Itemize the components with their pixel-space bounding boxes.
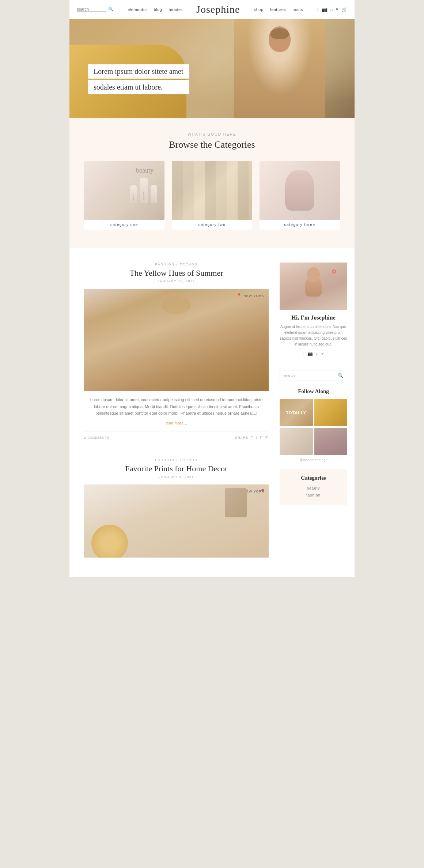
sidebar: ✿ Hi, I'm Josephine Augue ut lectus arcu… bbox=[280, 263, 347, 563]
post-2-decor-circle bbox=[91, 525, 128, 558]
post-2-image bbox=[84, 484, 269, 558]
main-nav-right: shop features posts bbox=[254, 7, 303, 12]
sidebar-categories-box: Categories beauty fashion bbox=[280, 469, 347, 505]
search-icon[interactable]: 🔍 bbox=[108, 7, 114, 12]
sidebar-search-input[interactable] bbox=[280, 371, 334, 380]
share-twitter-icon[interactable]: 𝕥 bbox=[255, 435, 258, 440]
sidebar-divider-1 bbox=[280, 364, 347, 364]
post-1-footer: 2 COMMENTS SHARE f 𝕥 p ✉ bbox=[84, 431, 269, 444]
main-content: FASHION / TRENDS The Yellow Hues of Summ… bbox=[69, 248, 355, 577]
post-2-eyebrow: FASHION / TRENDS bbox=[84, 458, 269, 462]
follow-along-title: Follow Along bbox=[280, 388, 347, 395]
sidebar-facebook-icon[interactable]: f bbox=[303, 351, 304, 356]
post-1-image bbox=[84, 289, 269, 391]
follow-img-2[interactable] bbox=[314, 399, 348, 426]
sidebar-author-bio: Augue ut lectus arcu bibendum. Nisi quis… bbox=[280, 324, 347, 347]
post-2-decor-book bbox=[225, 488, 247, 517]
author-silhouette-wrapper bbox=[305, 276, 322, 297]
hero-text-line2: sodales etiam ut labore. bbox=[88, 80, 189, 94]
post-1-date: JANUARY 10, 2021 bbox=[84, 279, 269, 283]
follow-img-4[interactable] bbox=[314, 428, 348, 455]
post-2-title: Favorite Prints for Home Decor bbox=[84, 464, 269, 473]
hero-figure bbox=[234, 19, 325, 118]
nav-posts[interactable]: posts bbox=[292, 7, 303, 12]
blog-post-2: FASHION / TRENDS Favorite Prints for Hom… bbox=[84, 458, 269, 558]
post-2-image-wrapper: 📍 NEW YORK bbox=[84, 484, 269, 558]
flower-icon: ✿ bbox=[332, 268, 336, 275]
search-container: 🔍 bbox=[77, 7, 114, 12]
author-head-silhouette bbox=[307, 267, 320, 282]
sidebar-cat-beauty[interactable]: beauty bbox=[285, 485, 341, 492]
sidebar-search-box: 🔍 bbox=[280, 370, 347, 381]
post-2-date: JANUARY 9, 2021 bbox=[84, 475, 269, 479]
categories-section: WHAT'S GOOD HERE Browse the Categories B… bbox=[69, 118, 355, 248]
hero-text-container: Lorem ipsum dolor sitete amet sodales et… bbox=[88, 64, 189, 96]
category-label-two: category two bbox=[172, 220, 252, 230]
share-facebook-icon[interactable]: f bbox=[250, 435, 253, 440]
category-label-three: category three bbox=[260, 220, 340, 230]
author-body-silhouette bbox=[305, 276, 322, 297]
post-1-share: SHARE f 𝕥 p ✉ bbox=[235, 435, 269, 440]
blog-post-1: FASHION / TRENDS The Yellow Hues of Summ… bbox=[84, 263, 269, 444]
nav-features[interactable]: features bbox=[270, 7, 286, 12]
category-image-beauty: BYREDO BIBLIOTHÈQUE bbox=[84, 161, 164, 220]
facebook-icon[interactable]: f bbox=[317, 7, 318, 12]
sidebar-author-image: ✿ bbox=[280, 263, 347, 310]
nav-elementor[interactable]: elementor bbox=[128, 7, 147, 12]
post-1-read-more[interactable]: read more... bbox=[84, 421, 269, 425]
follow-img-1[interactable]: TOTALLY bbox=[280, 399, 313, 426]
nav-header[interactable]: header bbox=[169, 7, 182, 12]
site-header: 🔍 elementor blog header Josephine shop f… bbox=[69, 0, 355, 19]
categories-grid: BYREDO BIBLIOTHÈQUE category one categor… bbox=[84, 161, 340, 230]
sidebar-heart-icon[interactable]: ♥ bbox=[321, 351, 323, 356]
categories-title: Browse the Categories bbox=[84, 139, 340, 150]
main-nav: elementor blog header bbox=[128, 7, 182, 12]
share-email-icon[interactable]: ✉ bbox=[265, 435, 269, 440]
categories-eyebrow: WHAT'S GOOD HERE bbox=[84, 132, 340, 136]
location-pin-icon: 📍 bbox=[236, 293, 242, 298]
bottle-2: BIBLIOTHÈQUE bbox=[140, 178, 148, 203]
blog-posts-column: FASHION / TRENDS The Yellow Hues of Summ… bbox=[84, 263, 280, 563]
post-img-highlight bbox=[162, 296, 191, 314]
hero-section: Lorem ipsum dolor sitete amet sodales et… bbox=[69, 19, 355, 118]
instagram-icon[interactable]: 📷 bbox=[322, 7, 328, 12]
category-label-one: category one bbox=[84, 220, 164, 230]
nav-shop[interactable]: shop bbox=[254, 7, 264, 12]
social-icons: f 📷 p ♥ 🛒 bbox=[317, 7, 347, 12]
beauty-bottles-decor: BYREDO BIBLIOTHÈQUE bbox=[126, 174, 161, 207]
hero-person-bg bbox=[234, 19, 325, 118]
follow-grid: TOTALLY bbox=[280, 399, 347, 455]
share-pinterest-icon[interactable]: p bbox=[260, 435, 263, 440]
post-1-location-text: NEW YORK bbox=[243, 294, 264, 298]
post-1-image-wrapper: 📍 NEW YORK bbox=[84, 289, 269, 391]
category-card-beauty[interactable]: BYREDO BIBLIOTHÈQUE category one bbox=[84, 161, 164, 230]
bottle-1: BYREDO bbox=[130, 185, 137, 203]
pinterest-icon[interactable]: p bbox=[330, 7, 333, 12]
category-card-fashion[interactable]: category three bbox=[260, 161, 340, 230]
sidebar-social-icons: f 📷 p ♥ bbox=[280, 351, 347, 356]
sidebar-categories-title: Categories bbox=[285, 475, 341, 481]
nav-blog[interactable]: blog bbox=[154, 7, 162, 12]
heart-icon[interactable]: ♥ bbox=[336, 7, 338, 12]
cart-icon[interactable]: 🛒 bbox=[341, 7, 347, 12]
hero-text-line1: Lorem ipsum dolor sitete amet bbox=[88, 64, 189, 79]
post-1-title: The Yellow Hues of Summer bbox=[84, 268, 269, 278]
share-label: SHARE bbox=[235, 436, 248, 439]
category-image-fashion bbox=[260, 161, 340, 220]
post-1-location: 📍 NEW YORK bbox=[236, 293, 264, 298]
sidebar-pinterest-icon[interactable]: p bbox=[316, 351, 318, 356]
sidebar-author-name: Hi, I'm Josephine bbox=[280, 314, 347, 321]
follow-handle[interactable]: @josephineblogs bbox=[280, 458, 347, 462]
site-logo[interactable]: Josephine bbox=[196, 4, 240, 15]
category-image-travel bbox=[172, 161, 252, 220]
follow-img-3[interactable] bbox=[280, 428, 313, 455]
post-1-eyebrow: FASHION / TRENDS bbox=[84, 263, 269, 266]
category-card-travel[interactable]: category two bbox=[172, 161, 252, 230]
post-1-excerpt: Lorem ipsum dolor sit amet, consectetur … bbox=[84, 396, 269, 417]
post-1-comments[interactable]: 2 COMMENTS bbox=[84, 436, 110, 439]
search-input[interactable] bbox=[77, 7, 106, 12]
sidebar-instagram-icon[interactable]: 📷 bbox=[307, 351, 313, 356]
sidebar-cat-fashion[interactable]: fashion bbox=[285, 492, 341, 499]
bottle-3 bbox=[151, 185, 157, 203]
sidebar-search-button[interactable]: 🔍 bbox=[334, 370, 347, 381]
